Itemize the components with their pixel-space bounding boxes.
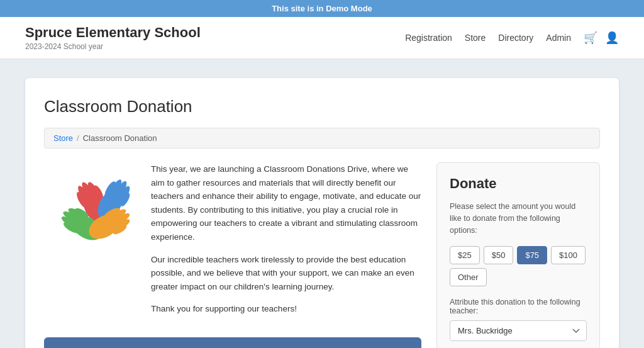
description-para-2: Our incredible teachers work tirelessly … bbox=[151, 253, 421, 294]
demo-banner: This site is in Demo Mode bbox=[0, 0, 644, 17]
description-thanks: Thank you for supporting our teachers! bbox=[151, 302, 421, 316]
nav-store[interactable]: Store bbox=[465, 33, 486, 43]
amount-btn-other[interactable]: Other bbox=[450, 268, 487, 286]
breadcrumb-current: Classroom Donation bbox=[83, 133, 157, 143]
product-description: This year, we are launching a Classroom … bbox=[151, 162, 421, 325]
amount-buttons: $25 $50 $75 $100 Other bbox=[450, 246, 587, 286]
header-nav: Registration Store Directory Admin 🛒 👤 bbox=[405, 31, 619, 45]
amount-btn-100[interactable]: $100 bbox=[551, 246, 586, 264]
body-layout: This year, we are launching a Classroom … bbox=[44, 162, 600, 348]
school-name: Spruce Elementary School bbox=[25, 25, 201, 41]
donate-panel: Donate Please select the amount you woul… bbox=[436, 162, 600, 348]
product-image bbox=[44, 162, 138, 244]
header-branding: Spruce Elementary School 2023-2024 Schoo… bbox=[25, 25, 201, 51]
content-card: Classroom Donation Store / Classroom Don… bbox=[25, 78, 619, 348]
donate-title: Donate bbox=[450, 176, 587, 192]
donate-subtitle: Please select the amount you would like … bbox=[450, 201, 587, 236]
nav-admin[interactable]: Admin bbox=[546, 33, 571, 43]
amount-btn-75[interactable]: $75 bbox=[517, 246, 547, 264]
demo-banner-text: This site is in Demo Mode bbox=[272, 4, 372, 13]
breadcrumb-separator: / bbox=[77, 133, 79, 143]
amount-btn-50[interactable]: $50 bbox=[484, 246, 514, 264]
breadcrumb-store-link[interactable]: Store bbox=[53, 133, 73, 143]
page-title: Classroom Donation bbox=[44, 97, 600, 116]
amount-btn-25[interactable]: $25 bbox=[450, 246, 480, 264]
account-icon[interactable]: 👤 bbox=[605, 31, 619, 45]
school-year: 2023-2024 School year bbox=[25, 42, 201, 51]
teacher-select[interactable]: Mrs. Buckridge Mr. Smith Ms. Johnson Mrs… bbox=[450, 320, 587, 341]
hands-illustration bbox=[47, 166, 135, 241]
teacher-label: Attribute this donation to the following… bbox=[450, 298, 587, 315]
description-para-1: This year, we are launching a Classroom … bbox=[151, 162, 421, 244]
nav-registration[interactable]: Registration bbox=[405, 33, 452, 43]
header: Spruce Elementary School 2023-2024 Schoo… bbox=[0, 17, 644, 59]
header-icons: 🛒 👤 bbox=[584, 31, 619, 45]
left-section: This year, we are launching a Classroom … bbox=[44, 162, 421, 348]
main-wrapper: Classroom Donation Store / Classroom Don… bbox=[0, 59, 644, 348]
tax-notice: ❤️ 🤲 Your donation is tax-deductible to … bbox=[44, 337, 421, 348]
nav-directory[interactable]: Directory bbox=[498, 33, 533, 43]
product-info: This year, we are launching a Classroom … bbox=[44, 162, 421, 325]
breadcrumb: Store / Classroom Donation bbox=[44, 128, 600, 149]
cart-icon[interactable]: 🛒 bbox=[584, 31, 597, 45]
